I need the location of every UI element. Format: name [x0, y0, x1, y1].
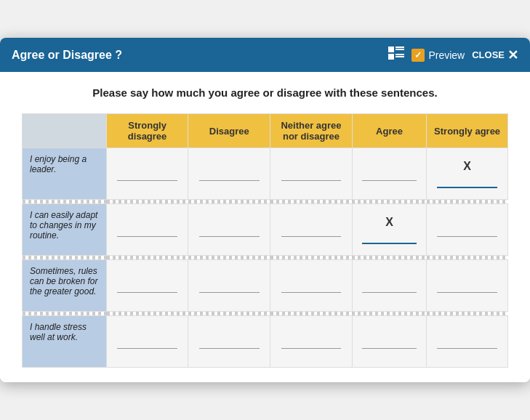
- cell-input[interactable]: [117, 222, 177, 237]
- modal-container: Agree or Disagree ? ✓ Preview CLOSE ✕: [0, 38, 530, 382]
- cell-container[interactable]: [270, 204, 352, 255]
- cell-input[interactable]: [199, 278, 260, 293]
- response-cell[interactable]: [107, 148, 188, 200]
- question-title: Please say how much you agree or disagre…: [22, 86, 508, 99]
- cell-input[interactable]: [281, 334, 342, 349]
- modal-header: Agree or Disagree ? ✓ Preview CLOSE ✕: [0, 38, 530, 72]
- response-cell[interactable]: [427, 316, 508, 368]
- response-cell[interactable]: [427, 260, 508, 312]
- svg-rect-1: [396, 47, 404, 48]
- col-header-label: [23, 114, 107, 148]
- response-cell[interactable]: [352, 148, 426, 200]
- cell-container[interactable]: [427, 316, 507, 367]
- cell-input[interactable]: [437, 222, 497, 237]
- cell-selected-marker: X: [385, 216, 393, 229]
- cell-input[interactable]: [117, 166, 177, 181]
- table-row: I enjoy being a leader.X: [23, 148, 508, 200]
- svg-rect-3: [388, 54, 394, 60]
- cell-input[interactable]: [281, 222, 342, 237]
- cell-container[interactable]: [107, 204, 188, 255]
- cell-container[interactable]: X: [427, 148, 507, 199]
- cell-container[interactable]: [188, 260, 270, 311]
- list-icon[interactable]: [388, 47, 404, 63]
- table-row: I handle stress well at work.: [23, 316, 508, 368]
- cell-container[interactable]: [107, 148, 188, 199]
- header-controls: ✓ Preview CLOSE ✕: [388, 47, 518, 63]
- survey-table: Strongly disagree Disagree Neither agree…: [22, 113, 508, 368]
- cell-input[interactable]: [362, 229, 417, 244]
- response-cell[interactable]: [107, 260, 188, 312]
- response-cell[interactable]: [107, 316, 188, 368]
- response-cell[interactable]: [188, 260, 270, 312]
- response-cell[interactable]: [270, 260, 353, 312]
- cell-container[interactable]: [427, 260, 507, 311]
- response-cell[interactable]: X: [427, 148, 508, 200]
- col-header-agree: Agree: [352, 114, 426, 148]
- response-cell[interactable]: [352, 316, 426, 368]
- cell-input[interactable]: [199, 166, 260, 181]
- cell-input[interactable]: [362, 166, 417, 181]
- row-label-text: I enjoy being a leader.: [23, 148, 106, 199]
- cell-container[interactable]: [107, 316, 188, 367]
- cell-container[interactable]: [188, 148, 270, 199]
- col-header-strongly-disagree: Strongly disagree: [107, 114, 188, 148]
- preview-checkbox-icon: ✓: [411, 49, 425, 62]
- response-cell[interactable]: [188, 316, 270, 368]
- response-cell[interactable]: [270, 148, 353, 200]
- cell-input[interactable]: [281, 278, 342, 293]
- row-label: I can easily adapt to changes in my rout…: [23, 204, 107, 256]
- cell-container[interactable]: [427, 204, 507, 255]
- cell-input[interactable]: [437, 278, 497, 293]
- response-cell[interactable]: [427, 204, 508, 256]
- response-cell[interactable]: [270, 204, 353, 256]
- cell-input[interactable]: [362, 278, 417, 293]
- response-cell[interactable]: X: [352, 204, 426, 256]
- cell-selected-marker: X: [463, 160, 471, 173]
- table-row: I can easily adapt to changes in my rout…: [23, 204, 508, 256]
- cell-container[interactable]: [107, 260, 188, 311]
- modal-content: Please say how much you agree or disagre…: [0, 72, 530, 382]
- close-button[interactable]: CLOSE ✕: [472, 47, 518, 63]
- cell-container[interactable]: [188, 204, 270, 255]
- response-cell[interactable]: [188, 148, 270, 200]
- cell-container[interactable]: [270, 316, 352, 367]
- response-cell[interactable]: [107, 204, 188, 256]
- cell-input[interactable]: [437, 173, 497, 188]
- cell-container[interactable]: [353, 148, 426, 199]
- preview-button[interactable]: ✓ Preview: [411, 49, 465, 62]
- response-cell[interactable]: [270, 316, 353, 368]
- svg-rect-0: [388, 47, 394, 52]
- cell-container[interactable]: [353, 316, 426, 367]
- cell-container[interactable]: [270, 260, 352, 311]
- row-label: I handle stress well at work.: [23, 316, 107, 368]
- cell-container[interactable]: [270, 148, 352, 199]
- row-label: Sometimes, rules can be broken for the g…: [23, 260, 107, 312]
- svg-rect-4: [396, 54, 404, 55]
- cell-input[interactable]: [437, 334, 497, 349]
- cell-input[interactable]: [281, 166, 342, 181]
- cell-container[interactable]: [353, 260, 426, 311]
- cell-container[interactable]: [188, 316, 270, 367]
- row-label-text: Sometimes, rules can be broken for the g…: [23, 260, 106, 311]
- preview-label: Preview: [428, 49, 465, 61]
- cell-input[interactable]: [199, 222, 260, 237]
- cell-input[interactable]: [199, 334, 260, 349]
- modal-title: Agree or Disagree ?: [12, 49, 122, 62]
- close-label: CLOSE: [472, 49, 505, 60]
- response-cell[interactable]: [352, 260, 426, 312]
- row-label: I enjoy being a leader.: [23, 148, 107, 200]
- cell-container[interactable]: X: [353, 204, 426, 255]
- row-label-text: I handle stress well at work.: [23, 316, 106, 367]
- row-label-text: I can easily adapt to changes in my rout…: [23, 204, 106, 255]
- col-header-disagree: Disagree: [188, 114, 270, 148]
- svg-rect-2: [396, 49, 404, 50]
- table-row: Sometimes, rules can be broken for the g…: [23, 260, 508, 312]
- cell-input[interactable]: [117, 278, 177, 293]
- col-header-neither: Neither agree nor disagree: [270, 114, 353, 148]
- svg-rect-5: [396, 56, 404, 57]
- response-cell[interactable]: [188, 204, 270, 256]
- col-header-strongly-agree: Strongly agree: [427, 114, 508, 148]
- cell-input[interactable]: [117, 334, 177, 349]
- cell-input[interactable]: [362, 334, 417, 349]
- close-icon: ✕: [507, 47, 518, 63]
